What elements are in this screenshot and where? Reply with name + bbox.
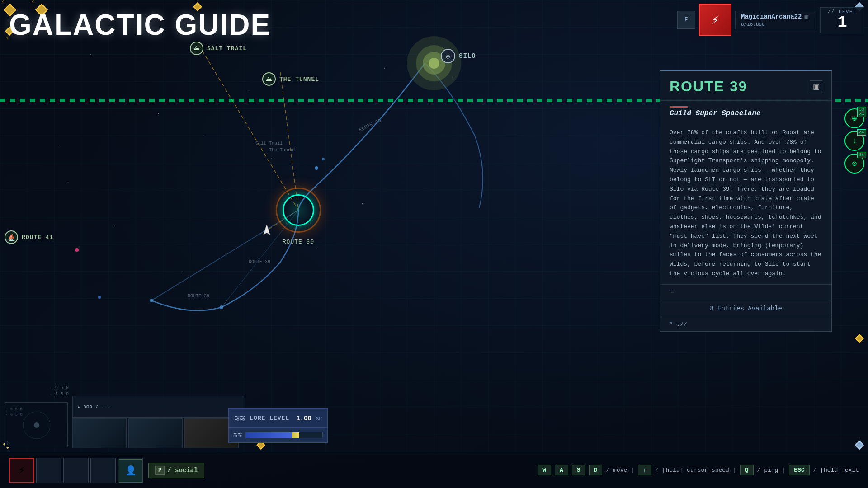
ship-cursor: [260, 224, 274, 239]
key-a: A: [555, 465, 568, 475]
waypoint-route41[interactable]: ⛵ ROUTE 41: [0, 230, 53, 244]
bottom-left-items: ⚡ 👤 P / social: [9, 458, 204, 483]
lore-bar-fill-blue: [246, 432, 292, 438]
svg-line-0: [199, 45, 298, 210]
salt-trail-label: SALT TRAIL: [207, 45, 247, 52]
player-name: MagicianArcana22: [741, 13, 802, 20]
silo-icon: ◎: [441, 49, 455, 63]
thumb-1[interactable]: [72, 418, 127, 448]
info-panel-entries[interactable]: 8 Entries Available: [660, 300, 831, 317]
hud-slot-1-icon: ⚡: [19, 464, 25, 477]
svg-text:ROUTE 39: ROUTE 39: [249, 259, 270, 264]
ping-desc: / ping: [757, 467, 778, 474]
move-desc: / move: [606, 467, 627, 474]
lore-xp-value: 1.00: [296, 415, 311, 422]
lore-bar-icon: ≋≋: [233, 431, 242, 440]
svg-text:The Tunnel: The Tunnel: [269, 148, 296, 153]
social-label: / social: [167, 467, 198, 474]
info-panel-body: Over 78% of the crafts built on Roost ar…: [660, 123, 831, 285]
page-title: GALACTIC GUIDE: [9, 8, 271, 42]
waypoint-the-tunnel[interactable]: ⛰ THE TUNNEL: [262, 72, 319, 86]
key-s: S: [572, 465, 585, 475]
sep2: /: [655, 467, 659, 474]
info-panel-title: ROUTE 39: [670, 78, 747, 95]
nav-icon-1[interactable]: ⊕ 3333: [844, 108, 864, 128]
info-panel-header: ROUTE 39 ▣: [660, 71, 831, 101]
info-panel-close-button[interactable]: ▣: [810, 80, 822, 93]
key-up: ↑: [638, 465, 651, 475]
social-button[interactable]: P / social: [148, 463, 204, 478]
cursor-desc: [hold] cursor speed: [662, 467, 729, 474]
corner-wp-bottom-right: [856, 442, 863, 448]
player-avatar: ⚡: [699, 4, 731, 36]
lore-xp-unit: XP: [316, 416, 322, 421]
waypoint-salt-trail[interactable]: ⛰ SALT TRAIL: [190, 42, 247, 55]
waypoint-silo[interactable]: ◎ SILO: [441, 49, 476, 63]
route41-label: ROUTE 41: [22, 234, 53, 241]
svg-point-19: [150, 299, 153, 302]
hud-slot-1[interactable]: ⚡: [9, 458, 34, 483]
hud-slot-2[interactable]: [36, 458, 61, 483]
key-d: D: [589, 465, 603, 475]
hud-slot-5[interactable]: 👤: [118, 458, 143, 483]
mini-map-coords: - 6 5 0 - 6 5 0: [5, 407, 23, 418]
tunnel-label: THE TUNNEL: [279, 76, 319, 83]
hud-slot-4[interactable]: [90, 458, 116, 483]
keybind-bar: W A S D / move | ↑ / [hold] cursor speed…: [538, 465, 859, 475]
avatar-symbol: ⚡: [712, 12, 719, 28]
subtitle-bar: [670, 106, 688, 108]
sep1: |: [631, 467, 634, 474]
thumb-2[interactable]: [128, 418, 183, 448]
player-info: MagicianArcana22 ▣ 8/16,888: [735, 11, 816, 29]
lore-label: LORE LEVEL: [250, 415, 292, 422]
player-xp-display: 8/16,888: [741, 22, 811, 27]
nav-icon-1-symbol: ⊕: [852, 113, 857, 123]
salt-trail-icon: ⛰: [190, 42, 203, 55]
nav-badge-3: 86: [857, 152, 866, 158]
route39-map-label: ROUTE 39: [283, 239, 314, 245]
route39-outer-ring: [276, 188, 321, 233]
svg-point-17: [322, 158, 325, 160]
player-hud: F ⚡ MagicianArcana22 ▣ 8/16,888 // LEVEL…: [677, 4, 864, 36]
lore-bar-fill-yellow: [292, 432, 300, 438]
hud-slot-3[interactable]: [63, 458, 89, 483]
lore-wave-icon: ≋≋: [234, 413, 245, 424]
lore-top-row: ≋≋ LORE LEVEL 1.00 XP: [228, 408, 328, 428]
mini-coords: - 6 5 0 - 6 5 0: [50, 385, 69, 398]
svg-text:Salt Trail: Salt Trail: [255, 141, 283, 146]
lore-bar-row: ≋≋: [228, 428, 328, 443]
tunnel-icon: ⛰: [262, 72, 276, 86]
nav-icon-2-symbol: ↓: [852, 136, 857, 145]
sep3: |: [733, 467, 736, 474]
hud-f-key: F: [684, 17, 688, 23]
info-panel-dash: —: [660, 285, 831, 300]
svg-point-14: [75, 248, 79, 252]
bottom-hud: ⚡ 👤 P / social W A S D / move | ↑ / [hol…: [0, 452, 868, 488]
key-esc: ESC: [789, 465, 809, 475]
bottom-thumbnails: ▸ 300 / ...: [72, 418, 239, 448]
hud-icon-f[interactable]: F: [677, 11, 695, 29]
svg-point-16: [315, 166, 318, 170]
nav-badge-1: 3333: [857, 107, 866, 117]
info-panel: ROUTE 39 ▣ Guild Super Spacelane Over 78…: [660, 70, 832, 332]
silo-label: SILO: [459, 52, 476, 60]
lore-bar: [245, 432, 323, 438]
level-number: 1: [828, 14, 857, 31]
nav-icons-panel: ⊕ 3333 ↓ 34 ⊙ 86: [844, 108, 864, 174]
route41-icon: ⛵: [5, 230, 18, 244]
svg-marker-20: [264, 225, 270, 235]
key-q: Q: [740, 465, 754, 475]
svg-text:▷: ▷: [7, 441, 10, 446]
thumb-title-bar: ▸ 300 / ...: [72, 396, 244, 418]
info-panel-subtitle: Guild Super Spacelane: [660, 109, 831, 123]
nav-icon-2[interactable]: ↓ 34: [844, 131, 864, 151]
info-panel-footer: *—.//: [660, 317, 831, 331]
nav-icon-3[interactable]: ⊙ 86: [844, 154, 864, 174]
svg-point-18: [220, 305, 223, 309]
nav-icon-3-symbol: ⊙: [852, 159, 857, 169]
route39-waypoint[interactable]: ROUTE 39: [276, 188, 321, 233]
exit-desc: / [hold] exit: [813, 467, 859, 474]
svg-point-15: [98, 296, 101, 299]
chat-icon: ▣: [804, 13, 808, 21]
route39-inner-ring: [283, 194, 314, 226]
